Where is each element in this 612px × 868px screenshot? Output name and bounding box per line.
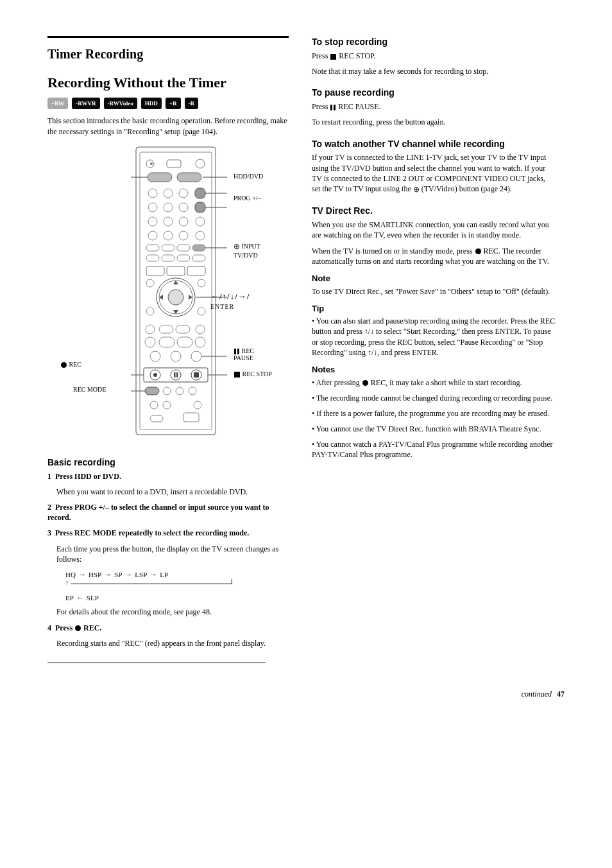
svg-point-42 [168, 290, 183, 305]
step-2: 2 Press PROG +/– to select the channel o… [47, 502, 289, 523]
svg-rect-6 [148, 173, 172, 182]
svg-point-73 [189, 387, 196, 395]
mode-flow-2: EP ← SLP [65, 593, 289, 603]
svg-rect-7 [177, 173, 201, 182]
svg-point-3 [150, 162, 153, 165]
svg-point-13 [148, 203, 157, 212]
badge-plus-rw: +RW [47, 98, 68, 109]
svg-rect-23 [195, 202, 205, 213]
mode-flow-return: ↑ [65, 581, 232, 587]
label-prog: PROG +/– [234, 195, 261, 202]
badge-hdd: HDD [141, 98, 162, 109]
badge-rwvr: -RWVR [72, 98, 99, 109]
svg-rect-70 [145, 387, 159, 395]
page-footer: continued 47 [47, 689, 565, 699]
svg-rect-50 [176, 326, 190, 333]
note-4: • You cannot watch a PAY-TV/Canal Plus p… [312, 439, 556, 460]
badge-plus-r: +R [166, 98, 181, 109]
pause-body: Press REC PAUSE. [312, 101, 556, 112]
label-rec-pause: RECPAUSE [234, 347, 254, 362]
svg-point-21 [179, 231, 188, 240]
svg-point-58 [191, 351, 201, 361]
svg-point-16 [148, 217, 157, 226]
intro-paragraph: This section introduces the basic record… [47, 116, 289, 136]
tv-direct-note-label: Note [312, 273, 556, 284]
footer-continued: continued [522, 689, 552, 699]
step-3: 3 Press REC MODE repeatedly to select th… [47, 528, 289, 538]
step-4: 4 Press REC. [47, 623, 289, 633]
svg-point-51 [196, 325, 205, 334]
svg-point-18 [179, 217, 188, 226]
remote-svg [124, 143, 227, 438]
svg-rect-30 [177, 245, 190, 251]
input-icon: ⊕ [234, 243, 240, 252]
svg-rect-53 [159, 337, 174, 347]
left-divider [47, 663, 266, 663]
section-heading: Timer Recording [47, 46, 289, 63]
svg-rect-67 [194, 372, 199, 378]
stop-after: Note that it may take a few seconds for … [312, 66, 556, 76]
tv-direct-p2: When the TV is turned on or in standby m… [312, 246, 556, 266]
disc-badges: +RW -RWVR -RWVideo HDD +R -R [47, 98, 289, 109]
page-title: Recording Without the Timer [47, 74, 289, 91]
svg-rect-32 [146, 255, 159, 261]
svg-rect-49 [159, 326, 173, 333]
another-heading: To watch another TV channel while record… [312, 138, 556, 150]
label-rec: REC [60, 361, 81, 369]
svg-rect-79 [183, 413, 199, 422]
svg-rect-54 [177, 337, 192, 347]
step-4-sub: Recording starts and "REC" (red) appears… [56, 638, 289, 648]
svg-rect-65 [176, 372, 178, 378]
step-3-sub: Each time you press the button, the disp… [56, 544, 289, 564]
stop-icon [330, 54, 336, 60]
svg-point-77 [194, 401, 201, 409]
svg-rect-34 [177, 255, 190, 261]
footer-page: 47 [557, 689, 565, 699]
svg-rect-28 [146, 245, 159, 251]
svg-point-63 [171, 370, 181, 380]
svg-point-43 [146, 279, 154, 287]
svg-rect-33 [162, 255, 174, 261]
svg-rect-37 [146, 266, 164, 275]
svg-point-45 [146, 308, 154, 315]
another-body: If your TV is connected to the LINE 1-TV… [312, 152, 556, 195]
section-rule [47, 36, 289, 38]
svg-point-72 [176, 387, 183, 395]
tv-video-icon: ⊕ [413, 184, 420, 195]
svg-point-75 [150, 401, 158, 409]
stop-heading: To stop recording [312, 36, 556, 48]
label-input: ⊕ INPUT TV/DVD [234, 243, 260, 259]
label-arrows-enter: ←/↑/↓/→/ENTER [210, 292, 250, 311]
svg-point-52 [145, 337, 155, 347]
svg-point-76 [163, 401, 171, 409]
note-2: • If there is a power failure, the progr… [312, 408, 556, 419]
svg-rect-29 [162, 245, 174, 251]
tv-direct-heading: TV Direct Rec. [312, 205, 556, 217]
pause-after: To restart recording, press the button a… [312, 117, 556, 127]
tip-label: Tip [312, 303, 556, 315]
svg-point-44 [198, 279, 205, 287]
note-0: • After pressing REC, it may take a shor… [312, 378, 556, 388]
mode-flow: HQ→ HSP→ SP→ LSP→ LP [65, 569, 289, 580]
svg-point-56 [150, 351, 160, 361]
tip-body: • You can also start and pause/stop reco… [312, 316, 556, 358]
basic-recording-heading: Basic recording [47, 456, 289, 469]
step-1-sub: When you want to record to a DVD, insert… [56, 487, 289, 497]
svg-point-62 [153, 373, 157, 377]
tv-direct-note: To use TV Direct Rec., set "Power Save" … [312, 286, 556, 297]
pause-heading: To pause recording [312, 87, 556, 99]
svg-point-20 [164, 231, 173, 240]
svg-point-25 [196, 231, 205, 240]
svg-point-10 [148, 189, 157, 198]
svg-point-19 [148, 231, 157, 240]
stop-body: Press REC STOP. [312, 51, 556, 61]
svg-point-57 [171, 351, 181, 361]
svg-point-15 [179, 203, 188, 212]
badge-rwvideo: -RWVideo [104, 98, 137, 109]
tv-direct-p1: When you use the SMARTLINK connection, y… [312, 220, 556, 240]
remote-diagram: REC [47, 143, 289, 445]
step-1: 1 Press HDD or DVD. [47, 471, 289, 482]
note-1: • The recording mode cannot be changed d… [312, 393, 556, 403]
notes-label: Notes [312, 364, 556, 376]
svg-point-17 [164, 217, 173, 226]
